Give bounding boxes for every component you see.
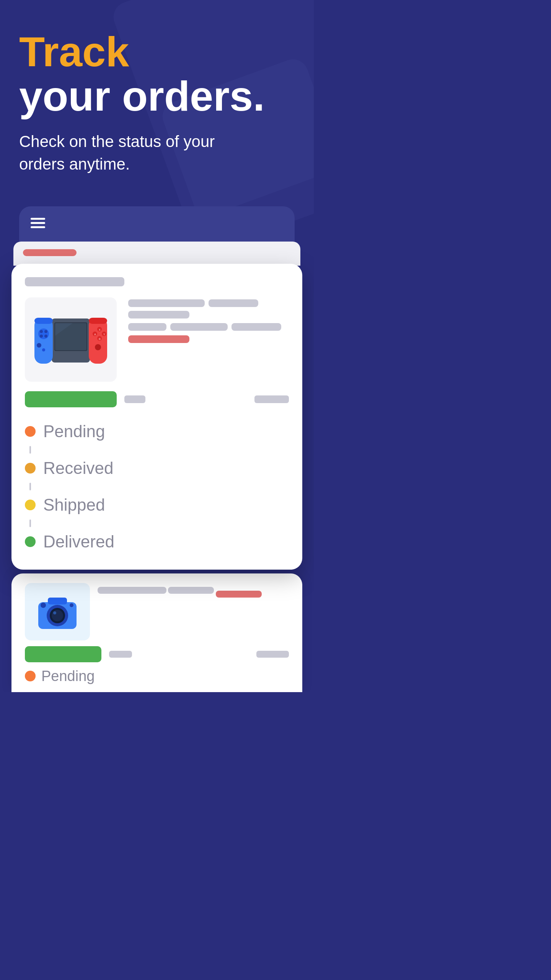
progress-row [25, 391, 289, 407]
svg-point-5 [38, 328, 49, 339]
info-bar-6 [231, 323, 281, 331]
bottom-card-peek: Pending [11, 573, 302, 692]
camera-illustration [33, 591, 82, 633]
svg-point-30 [41, 603, 46, 608]
back-card-header [31, 218, 283, 228]
status-list: Pending Received Shipped Delivered [25, 419, 289, 554]
info-bar-1 [128, 299, 205, 307]
hamburger-line-1 [31, 218, 45, 220]
status-item-pending: Pending [25, 419, 289, 444]
bottom-info-bar-2 [168, 587, 214, 594]
svg-point-11 [42, 348, 45, 351]
svg-rect-13 [89, 318, 107, 364]
card-title-bar [25, 277, 124, 286]
received-dot [25, 463, 36, 474]
bottom-product-image-box [25, 583, 90, 640]
hamburger-line-3 [31, 226, 45, 228]
pink-badge-row [128, 335, 289, 345]
info-line-1 [128, 299, 289, 318]
progress-label-1 [124, 395, 145, 403]
status-connector-2 [29, 483, 31, 490]
status-badge [128, 335, 189, 343]
svg-point-23 [95, 344, 101, 350]
svg-text:Y: Y [103, 333, 105, 336]
svg-point-9 [44, 335, 47, 338]
bottom-status-row: Pending [25, 668, 289, 684]
svg-rect-29 [48, 598, 67, 604]
pending-dot [25, 426, 36, 437]
shipped-label: Shipped [43, 495, 105, 514]
bottom-product-row [25, 583, 289, 640]
behind-card-bar [23, 249, 77, 256]
received-label: Received [43, 459, 113, 478]
bottom-pink-badge [216, 591, 262, 598]
progress-label-2 [254, 395, 289, 403]
svg-point-8 [40, 335, 43, 338]
bottom-progress-label-1 [109, 651, 132, 658]
info-bar-5 [170, 323, 228, 331]
svg-point-7 [44, 330, 47, 333]
hero-subtitle-text: your orders. [19, 73, 295, 119]
bottom-progress-bar [25, 646, 101, 662]
front-card: A X Y B [11, 264, 302, 570]
bottom-pending-label: Pending [41, 668, 95, 684]
svg-text:A: A [94, 333, 96, 336]
svg-point-27 [52, 610, 63, 621]
delivered-dot [25, 536, 36, 547]
hamburger-line-2 [31, 222, 45, 224]
svg-text:X: X [99, 328, 101, 331]
info-bar-3 [128, 311, 189, 318]
product-row: A X Y B [25, 297, 289, 382]
svg-rect-22 [89, 318, 107, 324]
bottom-info-bar-1 [98, 587, 166, 594]
hero-track-text: Track [19, 31, 295, 73]
svg-point-6 [40, 330, 43, 333]
shipped-dot [25, 500, 36, 510]
bottom-progress-label-2 [256, 651, 289, 658]
status-item-delivered: Delivered [25, 529, 289, 554]
pending-label: Pending [43, 422, 105, 441]
svg-rect-12 [34, 318, 53, 324]
hamburger-menu-button[interactable] [31, 218, 45, 228]
bottom-pending-dot [25, 671, 36, 681]
behind-card [13, 242, 300, 266]
hero-description: Check on the status of your orders anyti… [19, 131, 218, 176]
bottom-product-info [98, 583, 289, 599]
status-connector-1 [29, 446, 31, 454]
hero-section: Track your orders. Check on the status o… [0, 0, 314, 191]
svg-point-28 [53, 611, 56, 614]
svg-text:B: B [99, 338, 101, 340]
progress-bar [25, 391, 117, 407]
info-line-2 [128, 323, 289, 331]
back-card [19, 206, 295, 242]
svg-rect-4 [34, 318, 53, 364]
svg-point-10 [37, 343, 41, 348]
switch-illustration: A X Y B [31, 303, 111, 376]
delivered-label: Delivered [43, 532, 114, 551]
product-image-box: A X Y B [25, 297, 117, 382]
cards-container: A X Y B [0, 206, 314, 692]
info-bar-2 [209, 299, 258, 307]
info-bar-4 [128, 323, 166, 331]
svg-point-31 [70, 603, 73, 607]
bottom-progress-row [25, 646, 289, 662]
status-item-received: Received [25, 456, 289, 481]
status-item-shipped: Shipped [25, 492, 289, 518]
status-connector-3 [29, 519, 31, 527]
product-info [128, 297, 289, 382]
